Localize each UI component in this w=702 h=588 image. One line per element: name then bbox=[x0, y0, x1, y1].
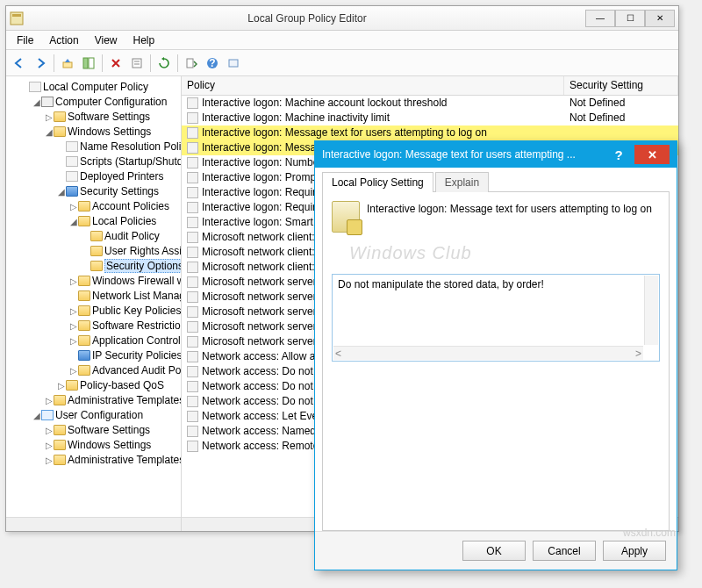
window-title: Local Group Policy Editor bbox=[29, 12, 585, 25]
col-policy[interactable]: Policy bbox=[182, 76, 564, 95]
policy-row[interactable]: Interactive logon: Machine account locko… bbox=[182, 96, 678, 111]
tree-software-settings[interactable]: Software Settings bbox=[68, 111, 150, 123]
list-header: Policy Security Setting bbox=[182, 76, 678, 96]
policy-item-value: Not Defined bbox=[564, 111, 678, 125]
tree-user-rights[interactable]: User Rights Assignment bbox=[104, 245, 182, 257]
tab-explain[interactable]: Explain bbox=[435, 172, 489, 192]
policy-row[interactable]: Interactive logon: Machine inactivity li… bbox=[182, 111, 678, 125]
tree-account-policies[interactable]: Account Policies bbox=[92, 200, 169, 212]
svg-rect-3 bbox=[83, 58, 88, 68]
message-text-input[interactable] bbox=[334, 276, 657, 340]
refresh-button[interactable] bbox=[154, 54, 174, 73]
policy-item-icon bbox=[187, 411, 198, 422]
dialog-titlebar[interactable]: Interactive logon: Message text for user… bbox=[315, 141, 677, 168]
app-icon bbox=[10, 11, 24, 25]
policy-item-icon bbox=[187, 321, 198, 333]
tree-scripts[interactable]: Scripts (Startup/Shutdown) bbox=[80, 155, 182, 168]
properties-button[interactable] bbox=[127, 54, 147, 73]
tree-computer-config[interactable]: Computer Configuration bbox=[55, 96, 167, 108]
tree-local-policies[interactable]: Local Policies bbox=[92, 215, 156, 227]
forward-button[interactable] bbox=[31, 54, 50, 73]
export-list-button[interactable] bbox=[182, 54, 201, 73]
tree-app-control[interactable]: Application Control Po bbox=[92, 334, 182, 347]
tree-name-resolution[interactable]: Name Resolution Policy bbox=[80, 140, 182, 153]
tree-admin-templates[interactable]: Administrative Templates bbox=[68, 394, 182, 406]
textarea-h-scroll[interactable]: <> bbox=[333, 346, 643, 360]
tree-user-windows[interactable]: Windows Settings bbox=[68, 439, 151, 451]
minimize-button[interactable]: — bbox=[585, 10, 615, 27]
tree-public-key[interactable]: Public Key Policies bbox=[92, 305, 181, 317]
policy-item-icon bbox=[187, 187, 198, 198]
tree-user-software[interactable]: Software Settings bbox=[68, 424, 150, 436]
message-text-field[interactable]: <> bbox=[332, 274, 660, 362]
policy-item-icon bbox=[187, 142, 198, 154]
ok-button[interactable]: OK bbox=[462, 541, 526, 561]
policy-item-name: Microsoft network server: bbox=[202, 305, 319, 319]
watermark-text: Windows Club bbox=[349, 243, 660, 263]
help-button[interactable]: ? bbox=[203, 54, 222, 73]
policy-item-icon bbox=[187, 336, 198, 348]
svg-rect-11 bbox=[229, 60, 238, 67]
tree-pane[interactable]: Local Computer Policy ◢Computer Configur… bbox=[6, 76, 182, 531]
policy-item-name: Microsoft network client: bbox=[202, 230, 315, 245]
policy-item-icon bbox=[187, 441, 198, 452]
policy-item-name: Interactive logon: Smart bbox=[202, 215, 313, 230]
policy-item-icon bbox=[187, 127, 198, 139]
tree-audit-policy[interactable]: Audit Policy bbox=[104, 230, 160, 242]
tree-network-list[interactable]: Network List Manager bbox=[92, 290, 182, 302]
policy-item-name: Microsoft network client: bbox=[202, 245, 315, 260]
tree-security-options[interactable]: Security Options bbox=[104, 259, 182, 273]
titlebar: Local Group Policy Editor — ☐ ✕ bbox=[6, 6, 678, 31]
close-button[interactable]: ✕ bbox=[645, 10, 675, 27]
dialog-close-button[interactable]: ✕ bbox=[634, 145, 670, 164]
policy-item-icon bbox=[187, 276, 198, 288]
policy-item-name: Network access: Remotely bbox=[202, 439, 326, 454]
tree-user-config[interactable]: User Configuration bbox=[55, 409, 143, 421]
dialog-help-button[interactable]: ? bbox=[608, 147, 629, 162]
tab-content: Interactive logon: Message text for user… bbox=[322, 192, 670, 531]
menu-view[interactable]: View bbox=[88, 32, 125, 48]
filter-button[interactable] bbox=[224, 54, 243, 73]
tree-root[interactable]: Local Computer Policy bbox=[43, 81, 148, 93]
tree-policy-qos[interactable]: Policy-based QoS bbox=[80, 379, 164, 391]
tree-security-settings[interactable]: Security Settings bbox=[80, 185, 159, 197]
back-button[interactable] bbox=[10, 54, 29, 73]
maximize-button[interactable]: ☐ bbox=[615, 10, 645, 27]
textarea-v-scroll[interactable] bbox=[644, 276, 658, 345]
tree-user-admin[interactable]: Administrative Templates bbox=[68, 454, 182, 466]
menu-help[interactable]: Help bbox=[126, 32, 162, 48]
tree-windows-firewall[interactable]: Windows Firewall with bbox=[92, 275, 182, 287]
tree-software-restriction[interactable]: Software Restriction P bbox=[92, 319, 182, 332]
menu-file[interactable]: File bbox=[10, 32, 40, 48]
tree-deployed-printers[interactable]: Deployed Printers bbox=[80, 170, 163, 183]
tree-ip-security[interactable]: IP Security Policies on bbox=[92, 349, 182, 362]
policy-row[interactable]: Interactive logon: Message text for user… bbox=[182, 125, 678, 140]
policy-name-label: Interactive logon: Message text for user… bbox=[367, 201, 652, 215]
delete-button[interactable] bbox=[106, 54, 125, 73]
policy-item-icon bbox=[187, 306, 198, 318]
toolbar: ? bbox=[6, 50, 678, 76]
up-button[interactable] bbox=[58, 54, 77, 73]
dialog-tabs: Local Policy Setting Explain bbox=[322, 171, 670, 192]
policy-item-icon bbox=[187, 262, 198, 273]
policy-item-icon bbox=[187, 351, 198, 362]
dialog-title: Interactive logon: Message text for user… bbox=[322, 148, 608, 161]
policy-item-name: Microsoft network server: bbox=[202, 319, 319, 334]
cancel-button[interactable]: Cancel bbox=[533, 541, 596, 561]
tree-advanced-audit[interactable]: Advanced Audit Policy bbox=[92, 364, 182, 376]
show-hide-tree-button[interactable] bbox=[79, 54, 98, 73]
properties-dialog: Interactive logon: Message text for user… bbox=[314, 140, 677, 570]
policy-item-name: Network access: Named bbox=[202, 424, 316, 439]
policy-item-icon bbox=[187, 172, 198, 183]
svg-rect-2 bbox=[63, 62, 72, 68]
col-security[interactable]: Security Setting bbox=[564, 76, 678, 95]
policy-item-name: Interactive logon: Machine inactivity li… bbox=[202, 111, 390, 125]
tree-h-scrollbar[interactable] bbox=[6, 517, 181, 531]
menu-action[interactable]: Action bbox=[42, 32, 85, 48]
tree-windows-settings[interactable]: Windows Settings bbox=[68, 125, 151, 138]
apply-button[interactable]: Apply bbox=[603, 541, 666, 561]
tab-local-policy[interactable]: Local Policy Setting bbox=[322, 172, 433, 192]
policy-item-name: Interactive logon: Machine account locko… bbox=[202, 96, 448, 111]
source-watermark: wsxdn.com bbox=[623, 527, 676, 539]
policy-item-icon bbox=[187, 232, 198, 243]
